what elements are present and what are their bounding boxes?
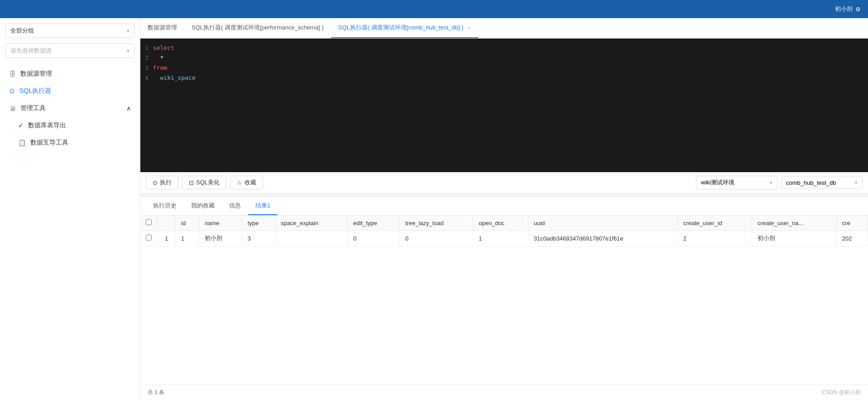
sidebar-sub-item-label: 数据库表导出 — [28, 121, 66, 130]
result-tab-favorites[interactable]: 我的收藏 — [184, 197, 222, 215]
line-numbers: 1 2 3 4 — [140, 43, 153, 168]
results-table: id name type space_explain — [140, 216, 868, 246]
select-all-checkbox[interactable] — [146, 219, 152, 225]
sidebar-section-manage[interactable]: 🖥 管理工具 ∧ — [0, 100, 140, 117]
beautify-icon: ⊡ — [189, 179, 194, 186]
col-header-type: type — [242, 216, 275, 231]
row-cell-edit-type: 0 — [348, 231, 400, 246]
tab-label: 数据源管理 — [148, 24, 177, 32]
col-header-tree-lazy-load: tree_lazy_load — [400, 216, 473, 231]
sql-line-4: wiki_space — [153, 73, 868, 83]
tab-datasource-mgmt[interactable]: 数据源管理 — [140, 18, 184, 38]
row-cell-id: 1 — [176, 231, 199, 246]
row-num-cell: 1 — [158, 231, 176, 246]
row-cell-open-doc: 1 — [473, 231, 528, 246]
tab-label: SQL执行器( 调度测试环境[comb_hub_test_db] ) — [338, 24, 464, 32]
settings-icon[interactable]: ⚙ — [855, 6, 861, 13]
sql-line-1: select — [153, 43, 868, 53]
col-header-rownum — [158, 216, 176, 231]
line-num: 2 — [145, 53, 149, 63]
clipboard-icon: 📋 — [18, 139, 26, 146]
row-cell-space-explain — [275, 231, 348, 246]
result-tab-label: 我的收藏 — [191, 202, 215, 209]
tab-close-icon[interactable]: × — [468, 25, 471, 30]
sidebar-item-import[interactable]: 📋 数据互导工具 — [0, 134, 140, 151]
execute-icon: ⊙ — [153, 179, 158, 186]
db-selector-chevron: ▾ — [855, 180, 858, 186]
col-header-id: id — [176, 216, 199, 231]
execute-button[interactable]: ⊙ 执行 — [146, 176, 178, 189]
tab-sql-exec-1[interactable]: SQL执行器( 调度测试环境[performance_schema] ) — [184, 18, 331, 38]
line-num: 1 — [145, 43, 149, 53]
branding-label: CSDN @初小刖 — [822, 389, 861, 396]
row-cell-cre: 202 — [836, 231, 868, 246]
col-header-space-explain: space_explain — [275, 216, 348, 231]
sidebar: 全部分组 ▾ 请先选择数据源 ▾ 🗄 数据源管理 ⊙ SQL执行器 🖥 管理工具… — [0, 18, 140, 400]
results-footer: 共 1 条 CSDN @初小刖 — [140, 385, 868, 400]
result-tab-label: 执行历史 — [153, 202, 177, 209]
sidebar-section-label: 管理工具 — [20, 104, 46, 112]
result-tab-info[interactable]: 信息 — [222, 197, 248, 215]
row-checkbox[interactable] — [146, 235, 152, 241]
row-cell-create-user-na: 初小刖 — [752, 231, 837, 246]
top-header: 初小刖 ⚙ — [0, 0, 868, 18]
monitor-icon: 🖥 — [9, 105, 16, 112]
sidebar-item-label: 数据源管理 — [20, 70, 52, 78]
table-header-row: id name type space_explain — [140, 216, 868, 231]
datasource-selector[interactable]: 请先选择数据源 ▾ — [5, 43, 134, 58]
tab-sql-exec-2[interactable]: SQL执行器( 调度测试环境[comb_hub_test_db] ) × — [331, 18, 478, 38]
results-tabs: 执行历史 我的收藏 信息 结果1 — [140, 197, 868, 216]
db-selector-value: comb_hub_test_db — [786, 179, 836, 186]
db-selector[interactable]: comb_hub_test_db ▾ — [781, 177, 863, 189]
results-table-wrapper: id name type space_explain — [140, 216, 868, 385]
results-area: 执行历史 我的收藏 信息 结果1 — [140, 197, 868, 400]
username-label: 初小刖 — [835, 5, 853, 13]
play-icon: ⊙ — [9, 87, 15, 95]
row-cell-tree-lazy-load: 0 — [400, 231, 473, 246]
group-selector-label: 全部分组 — [10, 27, 34, 35]
sql-code: select * from wiki_space — [153, 43, 868, 168]
beautify-button[interactable]: ⊡ SQL美化 — [182, 176, 226, 189]
sidebar-item-sql[interactable]: ⊙ SQL执行器 — [0, 82, 140, 100]
col-header-create-user-id: create_user_id — [677, 216, 752, 231]
col-header-checkbox — [140, 216, 158, 231]
star-icon: ☆ — [237, 179, 242, 186]
group-selector[interactable]: 全部分组 ▾ — [5, 24, 134, 38]
row-cell-type: 3 — [242, 231, 275, 246]
sql-editor-content: 1 2 3 4 select * from wiki_space — [140, 43, 868, 168]
datasource-selector-chevron: ▾ — [127, 48, 129, 54]
content-area: 数据源管理 SQL执行器( 调度测试环境[performance_schema]… — [140, 18, 868, 400]
beautify-label: SQL美化 — [196, 178, 220, 187]
datasource-selector-placeholder: 请先选择数据源 — [10, 47, 52, 55]
sidebar-item-datasource[interactable]: 🗄 数据源管理 — [0, 65, 140, 82]
sql-editor[interactable]: 1 2 3 4 select * from wiki_space — [140, 39, 868, 172]
col-header-uuid: uuid — [528, 216, 677, 231]
line-num: 4 — [145, 73, 149, 83]
checkmark-icon: ✓ — [18, 122, 24, 129]
row-cell-uuid: 31c0adb3468347d6917807e1f61e — [528, 231, 677, 246]
execute-label: 执行 — [160, 178, 172, 187]
col-header-name: name — [199, 216, 242, 231]
result-tab-result1[interactable]: 结果1 — [248, 197, 278, 215]
tabs-bar: 数据源管理 SQL执行器( 调度测试环境[performance_schema]… — [140, 18, 868, 39]
group-selector-chevron: ▾ — [127, 28, 129, 34]
user-info: 初小刖 ⚙ — [835, 5, 861, 13]
env-selector-value: wiki测试环境 — [701, 178, 734, 187]
result-tab-label: 信息 — [229, 202, 241, 209]
result-tab-label: 结果1 — [255, 202, 270, 209]
favorite-label: 收藏 — [245, 178, 256, 187]
tab-label: SQL执行器( 调度测试环境[performance_schema] ) — [192, 24, 324, 32]
sql-line-2: * — [153, 53, 868, 63]
env-selector-chevron: ▾ — [770, 180, 772, 186]
row-cell-name: 初小刖 — [199, 231, 242, 246]
sidebar-item-export[interactable]: ✓ 数据库表导出 — [0, 117, 140, 134]
env-selector[interactable]: wiki测试环境 ▾ — [696, 176, 777, 189]
sql-toolbar: ⊙ 执行 ⊡ SQL美化 ☆ 收藏 wiki测试环境 ▾ comb_hub_te… — [140, 172, 868, 193]
table-row: 1 1 初小刖 3 — [140, 231, 868, 246]
favorite-button[interactable]: ☆ 收藏 — [230, 176, 263, 189]
collapse-icon: ∧ — [126, 105, 131, 112]
sql-line-3: from — [153, 63, 868, 73]
col-header-edit-type: edit_type — [348, 216, 400, 231]
row-checkbox-cell — [140, 231, 158, 246]
result-tab-history[interactable]: 执行历史 — [146, 197, 184, 215]
